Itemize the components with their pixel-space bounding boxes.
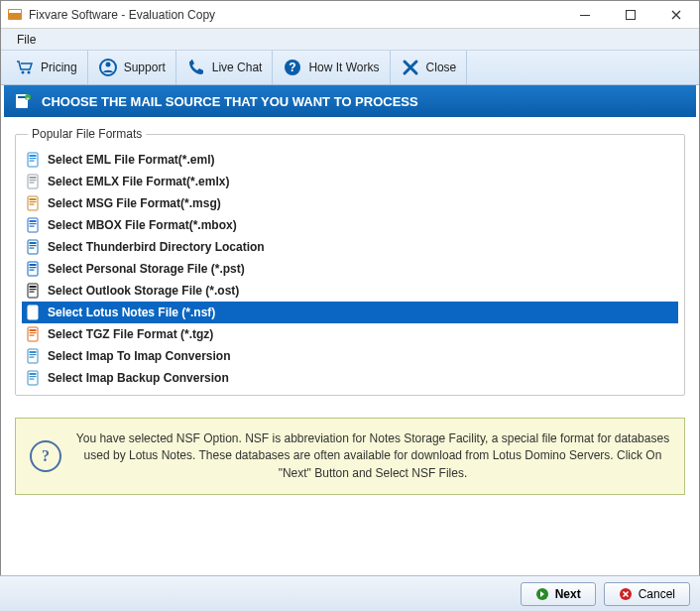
app-icon: [7, 7, 23, 23]
format-option[interactable]: Select EML File Format(*.eml): [22, 149, 678, 171]
svg-rect-40: [30, 289, 37, 290]
svg-rect-48: [30, 332, 37, 333]
format-option[interactable]: Select TGZ File Format (*.tgz): [22, 323, 678, 345]
format-label: Select Thunderbird Directory Location: [48, 240, 265, 254]
next-button[interactable]: Next: [521, 582, 596, 606]
svg-rect-37: [30, 270, 35, 271]
menu-file[interactable]: File: [9, 31, 44, 49]
svg-rect-25: [30, 204, 35, 205]
thunderbird-icon: [26, 239, 42, 255]
support-icon: [98, 58, 118, 77]
svg-rect-15: [30, 155, 37, 157]
close-button[interactable]: [653, 1, 699, 29]
imapbk-icon: [26, 370, 42, 386]
format-option[interactable]: Select MBOX File Format(*.mbox): [22, 214, 678, 236]
next-arrow-icon: [535, 587, 549, 601]
svg-rect-35: [30, 264, 37, 266]
format-label: Select Imap Backup Conversion: [48, 371, 229, 385]
menubar: File: [1, 29, 699, 51]
formats-legend: Popular File Formats: [28, 127, 146, 141]
svg-rect-49: [30, 335, 35, 336]
svg-rect-39: [30, 286, 37, 288]
svg-rect-3: [627, 10, 636, 19]
format-option[interactable]: Select Lotus Notes File (*.nsf): [22, 302, 678, 323]
info-icon: ?: [30, 440, 61, 472]
close-label: Close: [426, 61, 457, 74]
svg-rect-23: [30, 198, 37, 200]
svg-rect-53: [30, 357, 35, 358]
svg-text:?: ?: [290, 61, 296, 74]
svg-point-7: [105, 62, 110, 67]
svg-rect-16: [30, 158, 37, 159]
cancel-x-icon: [619, 587, 633, 601]
svg-rect-2: [580, 15, 590, 16]
format-label: Select EML File Format(*.eml): [48, 153, 215, 167]
svg-rect-45: [30, 313, 35, 314]
svg-point-6: [100, 60, 116, 75]
svg-rect-19: [30, 177, 37, 179]
source-icon: +: [14, 92, 32, 110]
format-option[interactable]: Select Imap Backup Conversion: [22, 367, 678, 389]
svg-rect-32: [30, 245, 37, 246]
svg-rect-1: [9, 10, 21, 13]
svg-rect-17: [30, 161, 35, 162]
svg-rect-41: [30, 292, 35, 293]
svg-rect-11: [18, 96, 26, 98]
svg-rect-24: [30, 201, 37, 202]
svg-rect-56: [30, 376, 37, 377]
emlx-icon: [26, 174, 42, 189]
format-label: Select TGZ File Format (*.tgz): [48, 327, 213, 341]
svg-rect-57: [30, 379, 35, 380]
section-header: + CHOOSE THE MAIL SOURCE THAT YOU WANT T…: [4, 85, 696, 117]
svg-rect-28: [30, 223, 37, 224]
svg-point-5: [28, 71, 31, 74]
format-label: Select EMLX File Format(*.emlx): [48, 175, 229, 188]
svg-text:+: +: [26, 95, 30, 101]
footer-bar: Next Cancel: [0, 575, 700, 611]
cart-icon: [15, 58, 35, 77]
svg-rect-31: [30, 242, 37, 244]
toolbar-close-button[interactable]: Close: [391, 51, 468, 84]
pricing-label: Pricing: [41, 61, 77, 74]
svg-rect-21: [30, 183, 35, 183]
svg-rect-51: [30, 351, 37, 353]
svg-text:?: ?: [42, 447, 50, 464]
toolbar: Pricing Support Live Chat ? How It Works…: [1, 51, 699, 85]
format-option[interactable]: Select EMLX File Format(*.emlx): [22, 171, 678, 192]
support-button[interactable]: Support: [88, 51, 176, 84]
format-label: Select MBOX File Format(*.mbox): [48, 218, 237, 232]
pricing-button[interactable]: Pricing: [5, 51, 88, 84]
livechat-label: Live Chat: [212, 61, 263, 74]
titlebar: Fixvare Software - Evaluation Copy: [1, 1, 699, 29]
next-label: Next: [555, 587, 581, 601]
svg-rect-20: [30, 180, 37, 181]
svg-point-4: [22, 71, 25, 74]
format-option[interactable]: Select Imap To Imap Conversion: [22, 345, 678, 367]
howitworks-label: How It Works: [308, 61, 379, 74]
format-option[interactable]: Select Thunderbird Directory Location: [22, 236, 678, 258]
livechat-button[interactable]: Live Chat: [176, 51, 274, 84]
format-label: Select Personal Storage File (*.pst): [48, 262, 245, 276]
format-label: Select Imap To Imap Conversion: [48, 349, 231, 363]
svg-rect-29: [30, 226, 35, 227]
minimize-button[interactable]: [562, 1, 608, 29]
format-option[interactable]: Select Personal Storage File (*.pst): [22, 258, 678, 280]
pst-icon: [26, 261, 42, 277]
svg-rect-52: [30, 354, 37, 355]
howitworks-button[interactable]: ? How It Works: [273, 51, 390, 84]
x-icon: [401, 58, 420, 77]
tgz-icon: [26, 326, 42, 342]
maximize-button[interactable]: [608, 1, 653, 29]
svg-rect-47: [30, 329, 37, 331]
eml-icon: [26, 152, 42, 168]
nsf-icon: [26, 305, 42, 320]
cancel-button[interactable]: Cancel: [604, 582, 690, 606]
format-option[interactable]: Select Outlook Storage File (*.ost): [22, 280, 678, 302]
info-panel: ? You have selected NSF Option. NSF is a…: [15, 418, 685, 495]
formats-fieldset: Popular File Formats Select EML File For…: [15, 127, 685, 396]
window-title: Fixvare Software - Evaluation Copy: [29, 8, 215, 22]
msg-icon: [26, 195, 42, 211]
format-label: Select Lotus Notes File (*.nsf): [48, 306, 215, 319]
svg-rect-36: [30, 267, 37, 268]
format-option[interactable]: Select MSG File Format(*.msg): [22, 192, 678, 214]
